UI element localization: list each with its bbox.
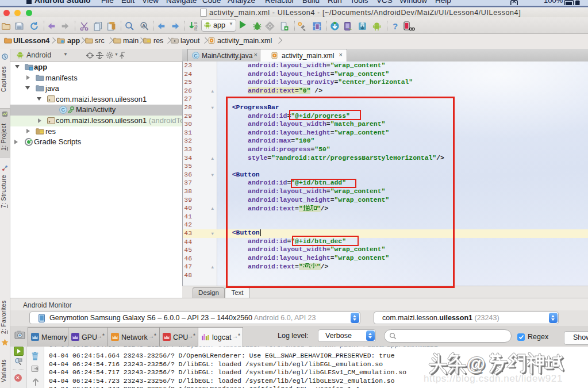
- svg-text:01: 01: [194, 22, 198, 25]
- svg-text:@: @: [467, 353, 485, 374]
- svg-text:10: 10: [194, 25, 198, 28]
- svg-text:C: C: [62, 106, 66, 113]
- svg-text:01: 01: [194, 28, 198, 31]
- svg-text:A: A: [142, 23, 145, 28]
- svg-text:C: C: [194, 53, 198, 59]
